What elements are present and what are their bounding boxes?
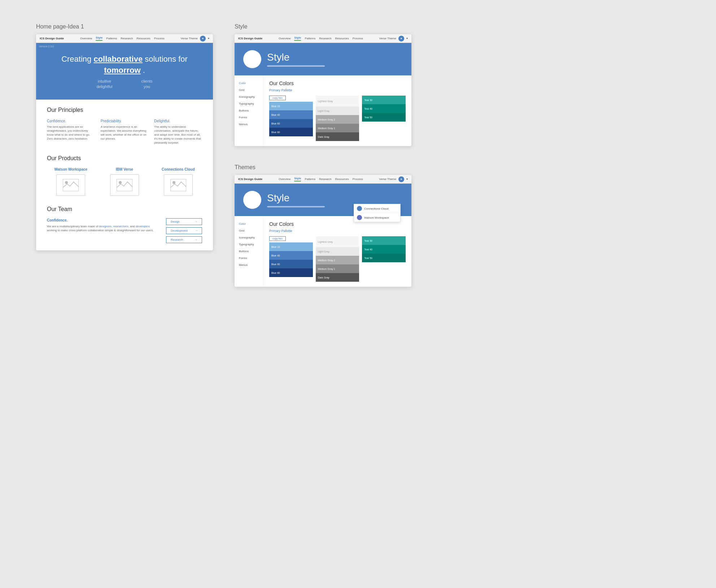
hero-title: Creating collaborative solutions for tom… (43, 54, 206, 76)
products-title: Our Products (47, 155, 202, 162)
t-swatch-blue-60: Blue 60 (269, 260, 313, 268)
themes-style-hero-text: Style (267, 192, 325, 207)
r-nav-link-process[interactable]: Process (353, 37, 363, 40)
sidebar-menus[interactable]: Menus (237, 121, 260, 128)
sidebar-iconography[interactable]: Iconography (237, 93, 260, 100)
t-nav-link-overview[interactable]: Overview (279, 177, 291, 181)
right-style-browser: ICS Design Guide Overview Style Patterns… (235, 34, 411, 146)
swatch-lightest-gray: Lightest Gray (316, 96, 359, 106)
t-sidebar-typography[interactable]: Typography (237, 241, 260, 248)
principle-delightful: Delightful. The ability to understand co… (154, 119, 202, 145)
r-nav-link-research[interactable]: Research (319, 37, 331, 40)
globe-icon[interactable]: ● (200, 36, 206, 41)
nav-link-overview[interactable]: Overview (80, 37, 92, 40)
color-col-blues: copy hex Blue 10 Blue 40 Blue 60 Blue 80 (269, 96, 313, 141)
t-sidebar-menus[interactable]: Menus (237, 262, 260, 268)
style-hero: Style (235, 43, 411, 75)
t-sidebar-forms[interactable]: Forms (237, 255, 260, 262)
t-copy-hex-btn[interactable]: copy hex (269, 236, 286, 241)
colors-title: Our Colors (269, 80, 406, 86)
r-nav-link-style[interactable]: Style (294, 36, 301, 41)
team-btn-development[interactable]: Development → (166, 227, 202, 234)
t-swatch-medium-gray-1: Medium Gray 1 (316, 264, 359, 273)
t-color-grid: copy hex Blue 10 Blue 40 Blue 60 Blue 80… (269, 236, 406, 282)
themes-nav-dropdown[interactable]: ▾ (406, 177, 408, 181)
sidebar-grid[interactable]: Grid (237, 87, 260, 93)
themes-nav-links[interactable]: Overview Style Patterns Research Resourc… (279, 177, 363, 181)
t-color-col-grays: Lightest Gray Light Gray Medium Gray 2 M… (316, 236, 359, 282)
t-nav-link-style[interactable]: Style (294, 177, 301, 181)
style-avatar (243, 50, 261, 68)
t-swatch-teal-50: Teal 50 (362, 254, 406, 262)
product-image-connections (164, 174, 193, 196)
sidebar-forms[interactable]: Forms (237, 114, 260, 121)
t-primary-pallette-label: Primary Pallette (269, 229, 406, 233)
t-nav-link-patterns[interactable]: Patterns (305, 177, 315, 181)
left-hero-section: Version 2.3.0 Creating collaborative sol… (36, 43, 213, 100)
themes-panel-title: Themes (235, 164, 256, 170)
products-grid: Watson Workspace IBM Verse (47, 167, 202, 196)
right-nav-dropdown[interactable]: ▾ (406, 37, 408, 40)
swatch-blue-80: Blue 80 (269, 128, 313, 136)
themes-style-sidebar: Color Grid Iconography Typography Button… (235, 216, 263, 287)
t-swatch-lightest-gray: Lightest Gray (316, 236, 359, 247)
svg-point-1 (65, 181, 68, 184)
svg-point-3 (119, 181, 122, 184)
nav-link-resources[interactable]: Resources (137, 37, 150, 40)
left-nav-brand: ICS Design Guide (40, 37, 64, 40)
team-btn-design[interactable]: Design → (166, 218, 202, 225)
t-sidebar-iconography[interactable]: Iconography (237, 234, 260, 241)
nav-dropdown-arrow[interactable]: ▾ (208, 37, 209, 40)
product-connections: Connections Cloud (154, 167, 202, 196)
primary-pallette-label: Primary Pallette (269, 88, 406, 92)
t-swatch-blue-40: Blue 40 (269, 251, 313, 260)
themes-style-main: Color Grid Iconography Typography Button… (235, 216, 411, 287)
sidebar-typography[interactable]: Typography (237, 100, 260, 107)
right-globe-icon[interactable]: ● (398, 36, 404, 41)
t-nav-link-resources[interactable]: Resources (335, 177, 349, 181)
nav-link-patterns[interactable]: Patterns (106, 37, 117, 40)
swatch-blue-60: Blue 60 (269, 119, 313, 128)
t-nav-link-research[interactable]: Research (319, 177, 331, 181)
themes-style-hero-title: Style (267, 192, 325, 204)
t-sidebar-buttons[interactable]: Buttons (237, 248, 260, 255)
sidebar-buttons[interactable]: Buttons (237, 107, 260, 114)
sidebar-color[interactable]: Color (237, 80, 260, 87)
swatch-blue-10: Blue 10 (269, 102, 313, 110)
principles-grid: Confidence. The best applications are so… (47, 119, 202, 145)
color-grid: copy hex Blue 10 Blue 40 Blue 60 Blue 80… (269, 96, 406, 141)
r-nav-link-resources[interactable]: Resources (335, 37, 349, 40)
left-nav-links[interactable]: Overview Style Patterns Research Resourc… (80, 36, 165, 41)
t-swatch-blue-80: Blue 80 (269, 268, 313, 277)
style-hero-title: Style (267, 52, 325, 63)
team-left: Confidence. We are a multidisciplinary t… (47, 218, 159, 243)
themes-nav-right: Verse Theme ● ▾ (379, 176, 408, 182)
t-sidebar-grid[interactable]: Grid (237, 227, 260, 234)
product-ibmverse: IBM Verse (101, 167, 149, 196)
t-nav-link-process[interactable]: Process (353, 177, 363, 181)
r-nav-link-patterns[interactable]: Patterns (305, 37, 315, 40)
product-image-ibmverse (110, 174, 139, 196)
team-section: Confidence. We are a multidisciplinary t… (47, 218, 202, 243)
themes-nav-bar: ICS Design Guide Overview Style Patterns… (235, 175, 411, 184)
copy-hex-btn[interactable]: copy hex (269, 96, 286, 100)
left-browser-window: ICS Design Guide Overview Style Patterns… (36, 34, 213, 250)
r-nav-link-overview[interactable]: Overview (279, 37, 291, 40)
color-col-teals: Teal 30 Teal 40 Teal 50 (362, 96, 406, 141)
t-swatch-teal-40: Teal 40 (362, 245, 406, 254)
themes-nav-brand: ICS Design Guide (238, 177, 262, 181)
theme-watson-item[interactable]: Watson Workspace (354, 213, 400, 222)
right-nav-right: Verse Theme ● ▾ (379, 36, 408, 41)
nav-link-process[interactable]: Process (154, 37, 165, 40)
t-color-col-teals: Teal 30 Teal 40 Teal 50 (362, 236, 406, 282)
nav-link-research[interactable]: Research (121, 37, 133, 40)
theme-connections-item[interactable]: Connections Cloud (354, 204, 400, 213)
swatch-medium-gray-2: Medium Gray 2 (316, 115, 359, 124)
nav-link-style[interactable]: Style (96, 36, 102, 41)
right-nav-links[interactable]: Overview Style Patterns Research Resourc… (279, 36, 363, 41)
team-btn-research[interactable]: Research → (166, 236, 202, 243)
svg-point-5 (173, 181, 175, 184)
t-swatch-medium-gray-2: Medium Gray 2 (316, 256, 359, 264)
t-sidebar-color[interactable]: Color (237, 220, 260, 227)
themes-globe-icon[interactable]: ● (398, 176, 404, 182)
